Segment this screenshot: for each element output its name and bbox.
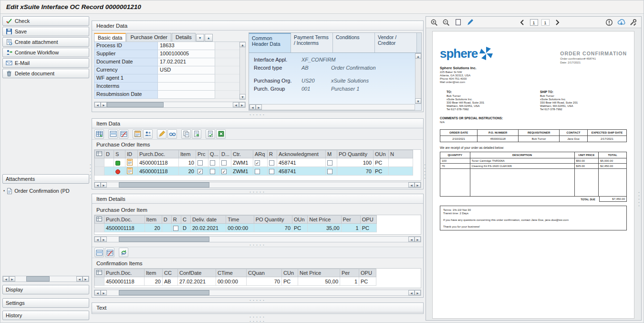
scrollbar-track[interactable] xyxy=(107,102,233,107)
column-header[interactable]: D... xyxy=(220,150,231,158)
tab-basic-data[interactable]: Basic data xyxy=(94,33,126,42)
confirmation-row[interactable]: 4500001118 20 AB 27.02.2021 00:00:00 70 … xyxy=(95,277,376,286)
column-header[interactable]: ConfDate xyxy=(178,269,216,277)
tools-button[interactable] xyxy=(629,18,637,27)
header-vertical-scrollbar[interactable]: ▲ ▼ xyxy=(239,42,246,100)
page-number-input[interactable]: 1 xyxy=(530,19,538,26)
scrollbar-thumb[interactable] xyxy=(26,276,50,281)
tab-conditions[interactable]: Conditions xyxy=(333,33,375,52)
scroll-left-icon[interactable]: ◄ xyxy=(94,237,101,242)
annotate-button[interactable] xyxy=(466,18,474,27)
scroll-right-icon[interactable]: ► xyxy=(101,102,107,107)
column-header[interactable]: OUn xyxy=(292,216,308,224)
column-header[interactable]: Item xyxy=(179,150,196,158)
ctr-cell[interactable]: ZWM1 xyxy=(231,167,253,176)
scrollbar-track[interactable] xyxy=(15,276,76,281)
scroll-right-icon[interactable]: ► xyxy=(415,290,421,295)
r-checkbox[interactable] xyxy=(269,160,274,166)
copy-items-button[interactable] xyxy=(181,129,191,139)
column-header[interactable]: Deliv. date xyxy=(190,216,226,224)
column-header[interactable]: D xyxy=(162,216,171,224)
scroll-left-icon[interactable]: ◄ xyxy=(94,290,101,295)
item-details-button[interactable] xyxy=(133,129,142,139)
column-header[interactable]: C xyxy=(181,216,190,224)
column-header[interactable]: CTime xyxy=(216,269,247,277)
panel-splitter[interactable] xyxy=(92,113,424,116)
po-item-row-20[interactable]: 4500001118 20 ✓ ✓ ZWM1 458741 70 PC xyxy=(95,167,413,176)
column-header[interactable]: Item xyxy=(145,216,162,224)
next-page-button[interactable] xyxy=(553,18,561,27)
prc-checkbox[interactable] xyxy=(197,160,203,166)
select-all-header[interactable] xyxy=(95,269,104,277)
display-button[interactable]: Display xyxy=(2,285,89,294)
confirmation-horizontal-scrollbar[interactable]: ◄ ► ◄ ► xyxy=(94,290,421,296)
d-cell[interactable] xyxy=(162,224,171,232)
column-header[interactable]: R xyxy=(268,150,277,158)
delete-confirmation-button[interactable] xyxy=(105,248,114,257)
paste-items-button[interactable] xyxy=(192,129,201,139)
column-header[interactable]: Time xyxy=(226,216,254,224)
m-checkbox[interactable] xyxy=(327,160,332,166)
time-cell[interactable]: 00:00:00 xyxy=(226,224,254,232)
m-checkbox[interactable] xyxy=(327,169,332,174)
column-header[interactable]: N xyxy=(389,150,413,158)
cquan-cell[interactable]: 70 xyxy=(247,277,282,286)
scroll-right-icon[interactable]: ► xyxy=(101,290,107,295)
scroll-right-icon[interactable]: ► xyxy=(256,104,262,110)
purch-doc-cell[interactable]: 4500001118 xyxy=(104,224,145,232)
tab-scroll-up-icon[interactable]: ▲ xyxy=(205,34,213,42)
net-price-cell[interactable]: 50,00 xyxy=(298,277,340,286)
column-header[interactable]: Q... xyxy=(208,150,220,158)
po-quantity-cell[interactable]: 70 xyxy=(337,167,374,176)
r-checkbox[interactable] xyxy=(269,169,274,174)
insert-row-button[interactable] xyxy=(108,129,118,139)
column-header[interactable]: Ctr. xyxy=(231,150,253,158)
po-detail-row[interactable]: 4500001118 20 D 20.02.2021 00:00:00 70 P… xyxy=(95,224,377,232)
q-checkbox[interactable] xyxy=(210,160,215,166)
acknowledgment-cell[interactable]: 458741 xyxy=(277,167,326,176)
zoom-in-button[interactable] xyxy=(430,18,438,27)
attachments-header-button[interactable]: Attachments xyxy=(2,174,89,184)
attachment-list-item[interactable]: • Order Confirmation (PD xyxy=(3,187,89,195)
column-header[interactable]: Per xyxy=(341,216,360,224)
tab-purchase-order[interactable]: Purchase Order xyxy=(126,33,171,42)
currency-field[interactable]: USD xyxy=(158,66,215,74)
column-header[interactable]: Acknowledgment xyxy=(277,150,326,158)
scroll-left-icon[interactable]: ◄ xyxy=(408,290,415,295)
arq-checkbox[interactable]: ✓ xyxy=(255,160,260,166)
scroll-right-icon[interactable]: ► xyxy=(101,237,107,242)
sub-splitter[interactable] xyxy=(92,243,423,247)
display-item-button[interactable] xyxy=(167,129,177,139)
header-horizontal-scrollbar[interactable]: ◄ ► ◄ ► xyxy=(94,102,246,108)
tab-common-header-data[interactable]: Common Header Data xyxy=(249,33,291,52)
item-cell[interactable]: 20 xyxy=(179,167,196,176)
ctime-cell[interactable]: 00:00:00 xyxy=(216,277,247,286)
select-all-header[interactable] xyxy=(95,150,104,158)
row-selector[interactable] xyxy=(95,224,104,232)
scrollbar-thumb[interactable] xyxy=(119,182,209,188)
scroll-left-icon[interactable]: ◄ xyxy=(408,182,415,188)
row-selector[interactable] xyxy=(95,158,104,167)
item-cell[interactable]: 10 xyxy=(179,158,196,167)
scrollbar-thumb[interactable] xyxy=(119,290,209,295)
column-header[interactable]: Purch.Doc. xyxy=(138,150,179,158)
column-header[interactable]: OPU xyxy=(359,269,376,277)
continue-workflow-button[interactable]: Continue Workflow xyxy=(2,48,89,57)
column-header[interactable]: Per xyxy=(340,269,359,277)
incoterms-field[interactable] xyxy=(158,83,215,91)
scroll-left-icon[interactable]: ◄ xyxy=(3,276,9,281)
table-settings-button[interactable] xyxy=(94,129,104,139)
d-checkbox[interactable]: ✓ xyxy=(221,169,227,174)
column-header[interactable]: OUn xyxy=(374,150,389,158)
cun-cell[interactable]: PC xyxy=(282,277,298,286)
pdf-edge-splitter[interactable] xyxy=(637,186,641,214)
delete-row-button[interactable] xyxy=(119,129,128,139)
scroll-right-icon[interactable]: ► xyxy=(239,102,245,107)
process-id-field[interactable]: 18633 xyxy=(158,42,215,50)
oun-cell[interactable]: PC xyxy=(374,167,389,176)
acknowledgment-cell[interactable]: 458741 xyxy=(277,158,326,167)
partners-button[interactable] xyxy=(143,129,153,139)
download-button[interactable] xyxy=(617,18,625,27)
transfer-confirmation-button[interactable] xyxy=(119,248,128,257)
scrollbar-thumb[interactable] xyxy=(107,102,164,107)
